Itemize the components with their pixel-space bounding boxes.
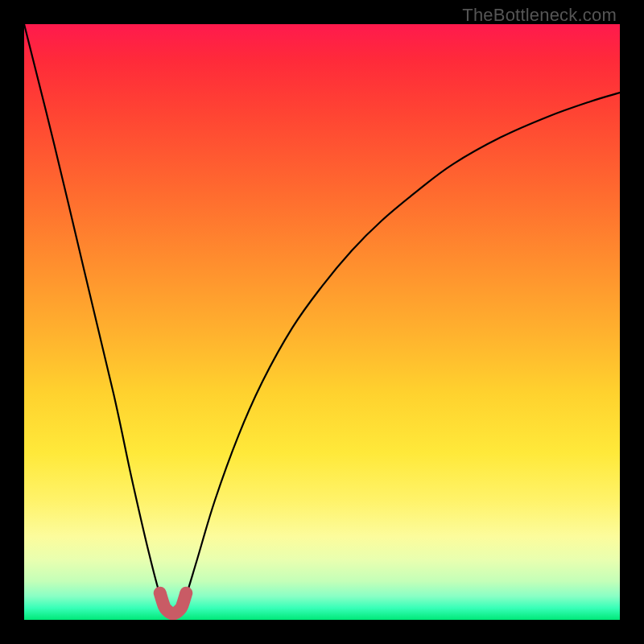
bottleneck-curve: [24, 24, 620, 614]
plot-area: [24, 24, 620, 620]
optimal-marker: [160, 593, 187, 614]
outer-frame: TheBottleneck.com: [0, 0, 644, 644]
watermark-text: TheBottleneck.com: [462, 5, 617, 26]
chart-svg: [24, 24, 620, 620]
